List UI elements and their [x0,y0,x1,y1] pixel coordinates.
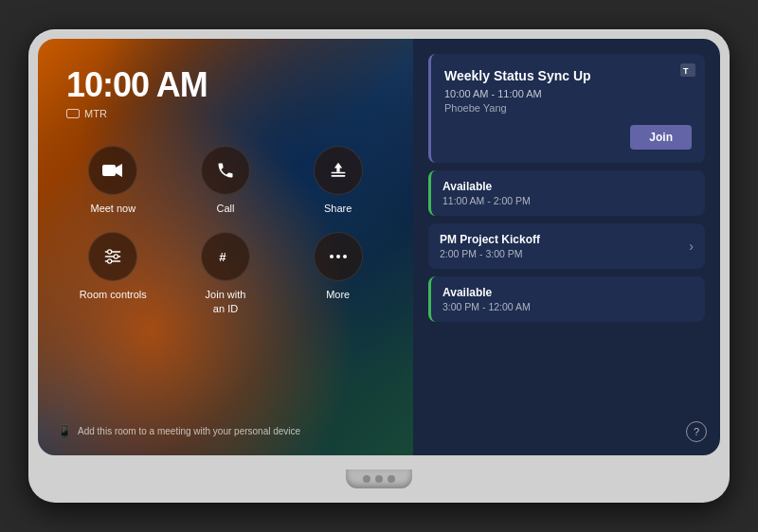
available-slot-2-time: 3:00 PM - 12:00 AM [442,301,694,312]
speaker-dot-2 [375,475,383,483]
meeting-title: Weekly Status Sync Up [444,67,692,84]
svg-text:#: # [219,250,226,264]
pm-kickoff-content: PM Project Kickoff 2:00 PM - 3:00 PM [440,233,540,259]
share-button[interactable]: Share [291,146,385,215]
meet-now-button[interactable]: Meet now [66,146,160,215]
available-slot-2-title: Available [442,286,694,299]
svg-point-6 [108,250,112,254]
call-button[interactable]: Call [179,146,273,215]
available-slot-1-time: 11:00 AM - 2:00 PM [442,195,694,206]
screen: 10:00 AM MTR Meet now [38,39,720,455]
pm-kickoff-card[interactable]: PM Project Kickoff 2:00 PM - 3:00 PM › [428,223,705,269]
help-button[interactable]: ? [686,421,707,442]
meet-now-label: Meet now [90,202,135,215]
speaker-bump [346,470,412,488]
mtr-label: MTR [66,108,385,119]
meet-now-icon-circle [88,146,137,195]
device-frame: 10:00 AM MTR Meet now [28,29,730,503]
pm-kickoff-title: PM Project Kickoff [440,233,540,246]
time-display: 10:00 AM [66,65,385,105]
svg-rect-0 [102,165,116,176]
svg-marker-4 [334,163,341,172]
join-id-icon-circle: # [201,232,250,281]
speaker-dot-3 [388,475,395,483]
meeting-time: 10:00 AM - 11:00 AM [444,88,692,99]
svg-rect-3 [331,175,345,177]
share-icon-circle [314,146,363,195]
svg-rect-2 [331,172,345,174]
available-slot-1: Available 11:00 AM - 2:00 PM [428,170,705,216]
speaker-dot-1 [363,475,370,483]
more-icon-circle [314,232,363,281]
bottom-hint: 📱 Add this room to a meeting with your p… [57,424,300,438]
three-dots-icon [330,255,347,258]
svg-text:T: T [683,66,689,76]
join-button[interactable]: Join [630,125,692,150]
more-button[interactable]: More [291,232,385,315]
share-label: Share [324,202,352,215]
teams-icon: T [680,63,695,80]
join-id-label: Join withan ID [206,288,246,315]
call-label: Call [217,202,235,215]
phone-add-icon: 📱 [57,424,72,438]
mtr-icon [66,109,80,118]
chevron-right-icon: › [689,239,694,254]
bottom-hint-text: Add this room to a meeting with your per… [78,426,300,436]
available-slot-2: Available 3:00 PM - 12:00 AM [428,276,705,322]
more-label: More [326,288,350,301]
mtr-text: MTR [84,108,107,119]
room-controls-icon-circle [88,232,137,281]
available-slot-1-title: Available [442,180,694,193]
pm-kickoff-time: 2:00 PM - 3:00 PM [440,248,540,259]
main-meeting-card: T Weekly Status Sync Up 10:00 AM - 11:00… [428,54,705,163]
left-panel: 10:00 AM MTR Meet now [38,39,413,455]
room-controls-label: Room controls [80,288,147,301]
room-controls-button[interactable]: Room controls [66,232,160,315]
meeting-organizer: Phoebe Yang [444,102,692,114]
svg-point-8 [115,255,118,258]
right-panel: T Weekly Status Sync Up 10:00 AM - 11:00… [413,39,720,455]
device-bottom [38,455,720,503]
buttons-grid: Meet now Call [66,146,385,315]
time-section: 10:00 AM MTR [66,65,385,119]
call-icon-circle [201,146,250,195]
join-id-button[interactable]: # Join withan ID [179,232,273,315]
svg-point-10 [108,259,112,263]
svg-marker-1 [116,164,122,177]
